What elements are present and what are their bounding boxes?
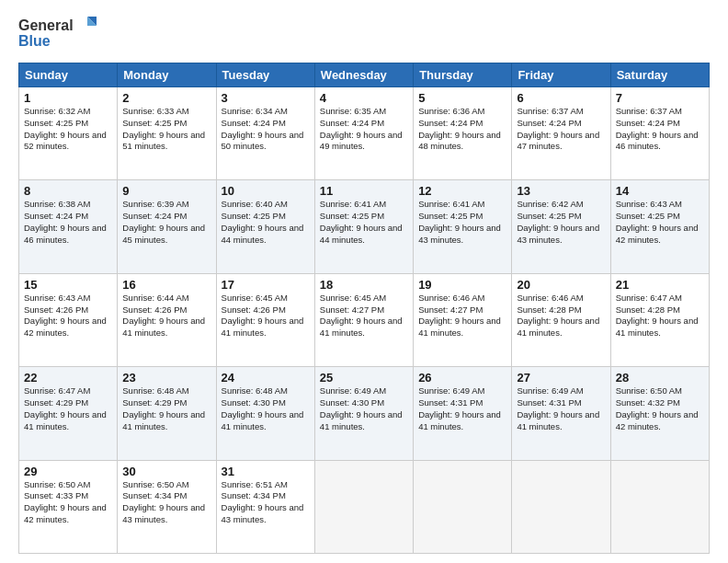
day-number: 17	[222, 278, 310, 292]
day-info: Sunrise: 6:36 AM Sunset: 4:24 PM Dayligh…	[418, 106, 506, 153]
day-info: Sunrise: 6:49 AM Sunset: 4:31 PM Dayligh…	[418, 385, 506, 432]
column-header-sunday: Sunday	[19, 63, 118, 87]
calendar-cell: 23 Sunrise: 6:48 AM Sunset: 4:29 PM Dayl…	[118, 367, 216, 460]
day-number: 7	[616, 91, 704, 105]
calendar-cell: 19 Sunrise: 6:46 AM Sunset: 4:27 PM Dayl…	[414, 273, 512, 366]
day-number: 15	[24, 278, 112, 292]
calendar-cell: 15 Sunrise: 6:43 AM Sunset: 4:26 PM Dayl…	[19, 273, 118, 366]
day-number: 13	[517, 184, 605, 198]
calendar-cell: 4 Sunrise: 6:35 AM Sunset: 4:24 PM Dayli…	[314, 87, 413, 180]
day-info: Sunrise: 6:34 AM Sunset: 4:24 PM Dayligh…	[222, 106, 310, 153]
day-number: 8	[24, 184, 112, 198]
calendar-cell: 8 Sunrise: 6:38 AM Sunset: 4:24 PM Dayli…	[19, 180, 118, 273]
day-info: Sunrise: 6:46 AM Sunset: 4:27 PM Dayligh…	[418, 293, 506, 339]
day-number: 10	[222, 184, 310, 198]
day-number: 21	[616, 278, 704, 292]
day-info: Sunrise: 6:48 AM Sunset: 4:30 PM Dayligh…	[222, 385, 310, 432]
day-info: Sunrise: 6:42 AM Sunset: 4:25 PM Dayligh…	[517, 199, 605, 246]
calendar-cell: 27 Sunrise: 6:49 AM Sunset: 4:31 PM Dayl…	[512, 367, 610, 460]
week-row-4: 22 Sunrise: 6:47 AM Sunset: 4:29 PM Dayl…	[19, 367, 710, 460]
day-info: Sunrise: 6:43 AM Sunset: 4:25 PM Dayligh…	[616, 199, 704, 246]
day-info: Sunrise: 6:49 AM Sunset: 4:30 PM Dayligh…	[320, 385, 408, 432]
week-row-3: 15 Sunrise: 6:43 AM Sunset: 4:26 PM Dayl…	[19, 273, 710, 366]
calendar-cell	[610, 460, 709, 553]
day-number: 9	[122, 184, 210, 198]
day-number: 26	[418, 371, 506, 385]
calendar-cell: 7 Sunrise: 6:37 AM Sunset: 4:24 PM Dayli…	[610, 87, 709, 180]
logo: General Blue	[18, 15, 101, 53]
calendar-header-row: SundayMondayTuesdayWednesdayThursdayFrid…	[19, 63, 710, 87]
column-header-thursday: Thursday	[414, 63, 512, 87]
day-info: Sunrise: 6:44 AM Sunset: 4:26 PM Dayligh…	[122, 293, 210, 339]
day-number: 28	[616, 371, 704, 385]
day-number: 23	[122, 371, 210, 385]
day-number: 24	[222, 371, 310, 385]
day-info: Sunrise: 6:50 AM Sunset: 4:33 PM Dayligh…	[24, 479, 112, 526]
calendar-cell: 24 Sunrise: 6:48 AM Sunset: 4:30 PM Dayl…	[216, 367, 314, 460]
calendar-cell: 11 Sunrise: 6:41 AM Sunset: 4:25 PM Dayl…	[314, 180, 413, 273]
day-info: Sunrise: 6:38 AM Sunset: 4:24 PM Dayligh…	[24, 199, 112, 246]
day-number: 11	[320, 184, 408, 198]
day-number: 18	[320, 278, 408, 292]
svg-text:General: General	[18, 17, 74, 33]
day-info: Sunrise: 6:32 AM Sunset: 4:25 PM Dayligh…	[24, 106, 112, 153]
day-info: Sunrise: 6:43 AM Sunset: 4:26 PM Dayligh…	[24, 293, 112, 339]
calendar-cell: 9 Sunrise: 6:39 AM Sunset: 4:24 PM Dayli…	[118, 180, 216, 273]
calendar-cell: 6 Sunrise: 6:37 AM Sunset: 4:24 PM Dayli…	[512, 87, 610, 180]
day-number: 19	[418, 278, 506, 292]
day-number: 4	[320, 91, 408, 105]
day-info: Sunrise: 6:37 AM Sunset: 4:24 PM Dayligh…	[616, 106, 704, 153]
calendar-cell: 22 Sunrise: 6:47 AM Sunset: 4:29 PM Dayl…	[19, 367, 118, 460]
day-info: Sunrise: 6:50 AM Sunset: 4:32 PM Dayligh…	[616, 385, 704, 432]
calendar-cell: 31 Sunrise: 6:51 AM Sunset: 4:34 PM Dayl…	[216, 460, 314, 553]
day-info: Sunrise: 6:41 AM Sunset: 4:25 PM Dayligh…	[418, 199, 506, 246]
calendar-cell: 2 Sunrise: 6:33 AM Sunset: 4:25 PM Dayli…	[118, 87, 216, 180]
day-info: Sunrise: 6:47 AM Sunset: 4:28 PM Dayligh…	[616, 293, 704, 339]
day-info: Sunrise: 6:51 AM Sunset: 4:34 PM Dayligh…	[222, 479, 310, 526]
day-info: Sunrise: 6:45 AM Sunset: 4:27 PM Dayligh…	[320, 293, 408, 339]
logo-svg: General Blue	[18, 15, 101, 53]
calendar-cell: 18 Sunrise: 6:45 AM Sunset: 4:27 PM Dayl…	[314, 273, 413, 366]
day-info: Sunrise: 6:48 AM Sunset: 4:29 PM Dayligh…	[122, 385, 210, 432]
day-info: Sunrise: 6:49 AM Sunset: 4:31 PM Dayligh…	[517, 385, 605, 432]
column-header-wednesday: Wednesday	[314, 63, 413, 87]
column-header-friday: Friday	[512, 63, 610, 87]
calendar-cell: 17 Sunrise: 6:45 AM Sunset: 4:26 PM Dayl…	[216, 273, 314, 366]
calendar-table: SundayMondayTuesdayWednesdayThursdayFrid…	[18, 63, 710, 554]
calendar-cell: 1 Sunrise: 6:32 AM Sunset: 4:25 PM Dayli…	[19, 87, 118, 180]
calendar-cell: 12 Sunrise: 6:41 AM Sunset: 4:25 PM Dayl…	[414, 180, 512, 273]
calendar-cell	[512, 460, 610, 553]
day-info: Sunrise: 6:41 AM Sunset: 4:25 PM Dayligh…	[320, 199, 408, 246]
day-number: 31	[222, 465, 310, 478]
day-info: Sunrise: 6:47 AM Sunset: 4:29 PM Dayligh…	[24, 385, 112, 432]
day-number: 22	[24, 371, 112, 385]
day-number: 12	[418, 184, 506, 198]
day-number: 16	[122, 278, 210, 292]
day-info: Sunrise: 6:40 AM Sunset: 4:25 PM Dayligh…	[222, 199, 310, 246]
calendar-cell: 28 Sunrise: 6:50 AM Sunset: 4:32 PM Dayl…	[610, 367, 709, 460]
column-header-saturday: Saturday	[610, 63, 709, 87]
week-row-1: 1 Sunrise: 6:32 AM Sunset: 4:25 PM Dayli…	[19, 87, 710, 180]
day-info: Sunrise: 6:50 AM Sunset: 4:34 PM Dayligh…	[122, 479, 210, 526]
calendar-cell	[314, 460, 413, 553]
day-info: Sunrise: 6:33 AM Sunset: 4:25 PM Dayligh…	[122, 106, 210, 153]
day-number: 5	[418, 91, 506, 105]
calendar-cell: 20 Sunrise: 6:46 AM Sunset: 4:28 PM Dayl…	[512, 273, 610, 366]
week-row-2: 8 Sunrise: 6:38 AM Sunset: 4:24 PM Dayli…	[19, 180, 710, 273]
column-header-monday: Monday	[118, 63, 216, 87]
day-number: 2	[122, 91, 210, 105]
column-header-tuesday: Tuesday	[216, 63, 314, 87]
calendar-cell: 26 Sunrise: 6:49 AM Sunset: 4:31 PM Dayl…	[414, 367, 512, 460]
day-info: Sunrise: 6:35 AM Sunset: 4:24 PM Dayligh…	[320, 106, 408, 153]
day-number: 20	[517, 278, 605, 292]
calendar-cell: 5 Sunrise: 6:36 AM Sunset: 4:24 PM Dayli…	[414, 87, 512, 180]
header: General Blue	[18, 15, 710, 53]
week-row-5: 29 Sunrise: 6:50 AM Sunset: 4:33 PM Dayl…	[19, 460, 710, 553]
calendar-cell: 13 Sunrise: 6:42 AM Sunset: 4:25 PM Dayl…	[512, 180, 610, 273]
day-number: 27	[517, 371, 605, 385]
day-info: Sunrise: 6:46 AM Sunset: 4:28 PM Dayligh…	[517, 293, 605, 339]
day-number: 6	[517, 91, 605, 105]
calendar-cell: 14 Sunrise: 6:43 AM Sunset: 4:25 PM Dayl…	[610, 180, 709, 273]
day-number: 29	[24, 465, 112, 478]
calendar-cell	[414, 460, 512, 553]
